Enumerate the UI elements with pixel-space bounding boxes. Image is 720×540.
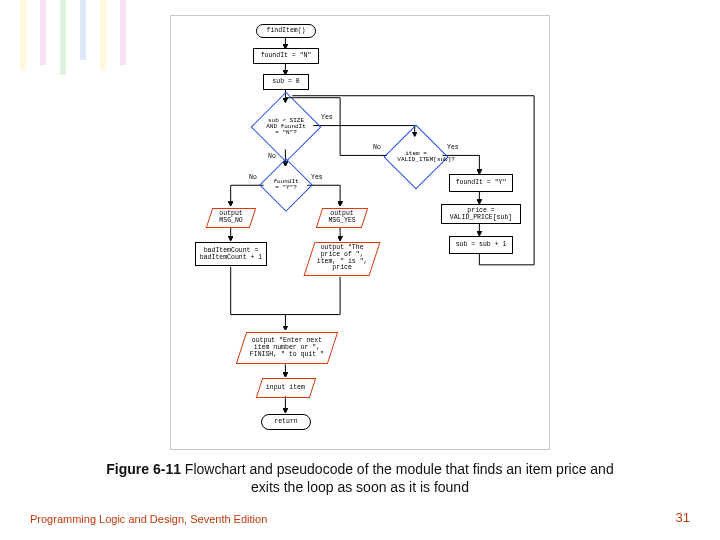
flow-set-price: price = VALID_PRICE[sub] [441,204,521,224]
figure-caption: Figure 6-11 Flowchart and pseudocode of … [0,460,720,496]
label-item-no: No [373,144,381,151]
flow-input-item: input item [256,378,316,398]
svg-rect-0 [20,0,26,70]
figure-caption-line2: exits the loop as soon as it is found [251,479,469,495]
footer-page-number: 31 [676,510,690,525]
flow-found-check-label: foundIt = "Y"? [269,179,303,192]
flow-out-prompt-label: output "Enter next item number or ", FIN… [246,338,328,358]
flow-start: findItem() [256,24,316,38]
figure-label: Figure 6-11 [106,461,181,477]
flow-init-found: foundIt = "N" [253,48,319,64]
flow-set-found: foundIt = "Y" [449,174,513,192]
label-found-no: No [249,174,257,181]
flowchart-frame: findItem() foundIt = "N" sub = 0 sub < S… [170,15,550,450]
flowchart-connectors [171,16,549,449]
svg-rect-2 [60,0,66,75]
label-found-yes: Yes [311,174,323,181]
flow-item-cond: item = VALID_ITEM[sub]? [393,134,439,180]
svg-rect-5 [120,0,126,65]
flow-incr-sub: sub = sub + 1 [449,236,513,254]
flow-out-price: output "The price of ", item, " is ", pr… [303,242,380,276]
svg-rect-4 [100,0,106,70]
flow-out-no: output MSG_NO [206,208,256,228]
flow-loop-cond: sub < SIZE AND foundIt = "N"? [261,102,311,152]
flow-input-item-label: input item [266,385,305,392]
flow-out-prompt: output "Enter next item number or ", FIN… [236,332,338,364]
flow-out-no-label: output MSG_NO [214,211,248,225]
flow-init-sub: sub = 0 [263,74,309,90]
figure-caption-line1: Flowchart and pseudocode of the module t… [181,461,614,477]
footer-book-title: Programming Logic and Design, Seventh Ed… [30,513,267,525]
flow-out-yes-label: output MSG_YES [324,211,360,225]
flow-return: return [261,414,311,430]
label-loop-no: No [268,153,276,160]
flow-found-check: foundIt = "Y"? [267,166,305,204]
flow-item-cond-label: item = VALID_ITEM[sub]? [395,151,436,164]
svg-rect-1 [40,0,46,65]
svg-rect-3 [80,0,86,60]
flow-bad-count: badItemCount = badItemCount + 1 [195,242,267,266]
flow-out-price-label: output "The price of ", item, " is ", pr… [314,245,370,272]
label-loop-yes: Yes [321,114,333,121]
label-item-yes: Yes [447,144,459,151]
flow-loop-cond-label: sub < SIZE AND foundIt = "N"? [264,118,309,137]
flow-out-yes: output MSG_YES [316,208,368,228]
